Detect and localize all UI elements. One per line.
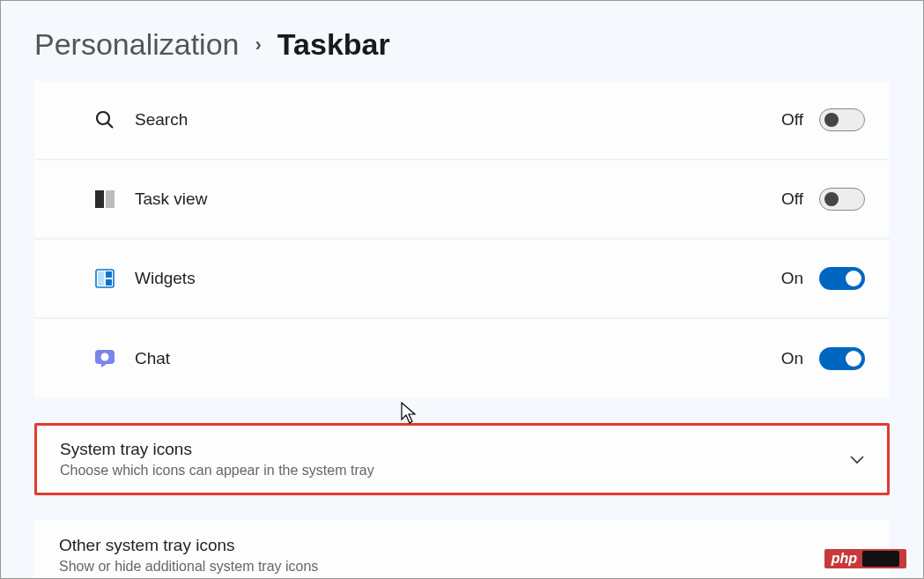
svg-point-0 [97, 112, 109, 124]
toggle-taskview[interactable] [819, 188, 865, 211]
widgets-icon [94, 268, 115, 289]
chat-icon [94, 348, 115, 369]
item-state-label: Off [781, 110, 803, 130]
toggle-widgets[interactable] [819, 267, 865, 290]
section-system-tray-icons[interactable]: System tray icons Choose which icons can… [34, 423, 890, 495]
taskbar-item-widgets[interactable]: Widgets On [34, 240, 890, 319]
breadcrumb: Personalization › Taskbar [34, 27, 890, 62]
item-label: Widgets [135, 269, 781, 288]
item-label: Search [135, 110, 781, 130]
svg-rect-6 [106, 271, 112, 278]
svg-rect-2 [95, 190, 104, 208]
item-label: Task view [135, 189, 781, 209]
search-icon [94, 109, 115, 130]
section-subtitle: Choose which icons can appear in the sys… [60, 463, 850, 479]
taskbar-item-search[interactable]: Search Off [34, 81, 890, 160]
toggle-search[interactable] [819, 108, 865, 131]
section-text: System tray icons Choose which icons can… [60, 440, 850, 479]
svg-rect-3 [106, 190, 115, 208]
section-title: Other system tray icons [59, 536, 851, 555]
breadcrumb-parent[interactable]: Personalization [34, 27, 239, 62]
item-state-label: Off [781, 189, 803, 209]
item-label: Chat [135, 349, 781, 368]
svg-rect-7 [106, 279, 112, 286]
php-watermark-badge: php [824, 549, 906, 568]
section-other-system-tray-icons[interactable]: Other system tray icons Show or hide add… [34, 520, 890, 579]
taskbar-items-list: Search Off Task view Off [34, 81, 890, 398]
item-state-label: On [781, 269, 803, 288]
section-title: System tray icons [60, 440, 850, 459]
taskview-icon [94, 189, 115, 210]
taskbar-item-chat[interactable]: Chat On [34, 319, 890, 398]
chevron-down-icon [850, 452, 864, 467]
svg-line-1 [108, 123, 114, 129]
section-subtitle: Show or hide additional system tray icon… [59, 559, 851, 575]
svg-rect-5 [98, 271, 104, 286]
breadcrumb-current: Taskbar [277, 27, 390, 62]
item-state-label: On [781, 349, 803, 368]
svg-point-9 [101, 353, 109, 361]
taskbar-item-taskview[interactable]: Task view Off [34, 160, 890, 240]
chevron-right-icon: › [255, 33, 261, 56]
section-text: Other system tray icons Show or hide add… [59, 536, 851, 575]
toggle-chat[interactable] [819, 347, 865, 370]
badge-text: php [832, 551, 857, 567]
badge-blackbox [862, 551, 899, 567]
